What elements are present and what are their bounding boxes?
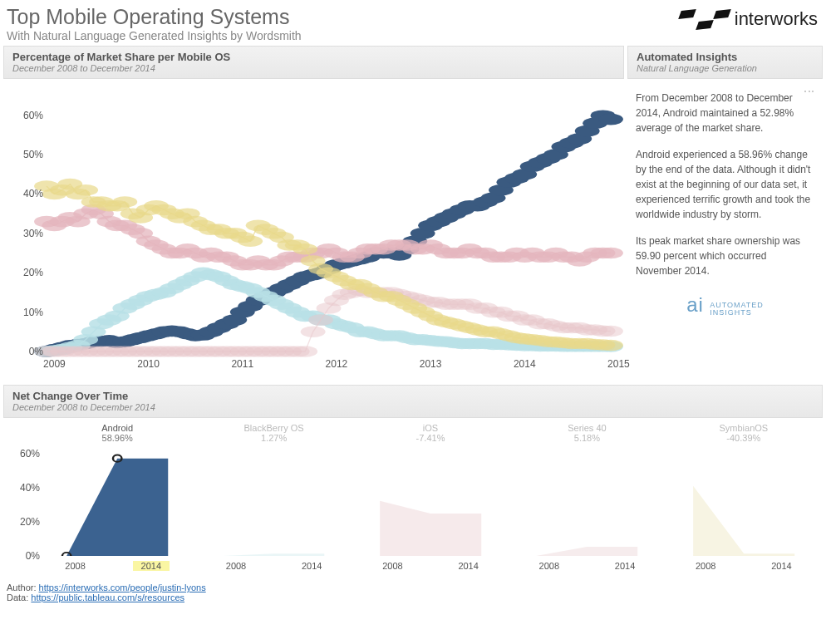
brand-name: interworks (735, 8, 818, 30)
footer: Author: https://interworks.com/people/ju… (0, 579, 826, 606)
data-label: Data: (7, 592, 31, 602)
net-cell-blackberry[interactable]: BlackBerry OS1.27% 20082014 (198, 426, 349, 579)
svg-point-325 (293, 243, 317, 255)
y-tick: 0% (7, 550, 40, 562)
x-tick: 2013 (420, 358, 442, 370)
y-tick: 40% (7, 482, 40, 494)
x-tick: 2014 (514, 358, 536, 370)
page-title: Top Mobile Operating Systems (7, 5, 302, 29)
chart2-title: Net Change Over Time (12, 390, 814, 402)
net-bb-name: BlackBerry OS (198, 423, 349, 433)
x-tick: 2010 (137, 358, 160, 370)
page-subtitle: With Natural Language Generated Insights… (7, 29, 302, 42)
net-cell-ios[interactable]: iOS-7.41% 20082014 (355, 426, 506, 579)
insights-panel: Automated Insights Natural Language Gene… (627, 46, 823, 381)
x-2014: 2014 (302, 561, 322, 571)
x-2008: 2008 (539, 561, 559, 571)
author-link[interactable]: https://interworks.com/people/justin-lyo… (39, 583, 206, 592)
chart1-plot-area[interactable]: 0%10%20%30%40%50%60%20092010201120122013… (3, 82, 624, 381)
header: Top Mobile Operating Systems With Natura… (0, 0, 826, 46)
brand-mark-icon (680, 10, 730, 29)
chart1-subtitle: December 2008 to December 2014 (12, 63, 615, 73)
net-cell-android[interactable]: Android58.96% 20082014 (42, 426, 193, 579)
svg-point-297 (73, 184, 98, 196)
svg-point-253 (301, 327, 326, 338)
svg-point-252 (293, 346, 317, 357)
net-android-name: Android (42, 423, 193, 433)
y-tick: 30% (12, 228, 43, 239)
svg-point-254 (308, 314, 333, 326)
chart1-title: Percentage of Market Share per Mobile OS (12, 51, 615, 63)
x-2014: 2014 (458, 561, 478, 571)
svg-point-72 (598, 114, 623, 125)
data-link[interactable]: https://public.tableau.com/s/resources (31, 592, 184, 602)
insight-paragraph-1: From December 2008 to December 2014, And… (636, 91, 814, 135)
net-s40-name: Series 40 (511, 423, 662, 433)
chart2-title-bar: Net Change Over Time December 2008 to De… (3, 385, 823, 418)
svg-point-145 (598, 248, 623, 259)
x-tick: 2015 (607, 358, 630, 370)
ai-logo-icon: ai (686, 293, 704, 316)
svg-point-302 (112, 196, 137, 208)
insights-title-bar: Automated Insights Natural Language Gene… (627, 46, 823, 79)
ai-logo-line2: INSIGHTS (710, 308, 752, 317)
x-2014: 2014 (771, 561, 791, 571)
x-2014-highlighted[interactable]: 2014 (133, 561, 170, 571)
y-tick: 60% (7, 448, 40, 460)
automated-insights-logo: ai AUTOMATEDINSIGHTS (636, 290, 814, 320)
chart2-body[interactable]: 0%20%40%60% Android58.96% 20082014 Black… (3, 421, 823, 579)
net-change-panel: Net Change Over Time December 2008 to De… (0, 385, 826, 579)
insight-paragraph-3: Its peak market share ownership was 59.9… (636, 234, 814, 278)
svg-point-318 (238, 236, 263, 248)
svg-point-364 (598, 340, 623, 351)
y-tick: 20% (7, 516, 40, 528)
svg-point-291 (598, 326, 623, 337)
main-chart-panel: Percentage of Market Share per Mobile OS… (3, 46, 624, 381)
kebab-menu-icon[interactable]: ⋮ (800, 86, 818, 98)
y-tick: 40% (12, 188, 43, 199)
insight-paragraph-2: Android experienced a 58.96% change by t… (636, 147, 814, 222)
net-cell-symbian[interactable]: SymbianOS-40.39% 20082014 (668, 426, 819, 579)
y-tick: 10% (12, 307, 43, 318)
brand-logo: interworks (680, 8, 818, 30)
net-cell-series40[interactable]: Series 405.18% 20082014 (511, 426, 662, 579)
x-2014: 2014 (615, 561, 635, 571)
y-tick: 60% (12, 110, 43, 121)
net-sym-name: SymbianOS (668, 423, 819, 433)
y-tick: 20% (12, 267, 43, 278)
insights-title: Automated Insights (637, 51, 814, 63)
y-tick: 50% (12, 149, 43, 160)
x-2008: 2008 (382, 561, 402, 571)
chart2-subtitle: December 2008 to December 2014 (12, 402, 814, 412)
x-tick: 2011 (231, 358, 253, 370)
insights-subtitle: Natural Language Generation (637, 63, 814, 73)
y-tick: 0% (12, 346, 43, 357)
x-2008: 2008 (226, 561, 246, 571)
x-2008: 2008 (696, 561, 715, 571)
author-label: Author: (7, 583, 39, 592)
chart1-title-bar: Percentage of Market Share per Mobile OS… (3, 46, 624, 79)
x-tick: 2009 (43, 358, 66, 370)
x-2008: 2008 (65, 561, 85, 571)
net-ios-name: iOS (355, 423, 506, 433)
x-tick: 2012 (326, 358, 348, 370)
